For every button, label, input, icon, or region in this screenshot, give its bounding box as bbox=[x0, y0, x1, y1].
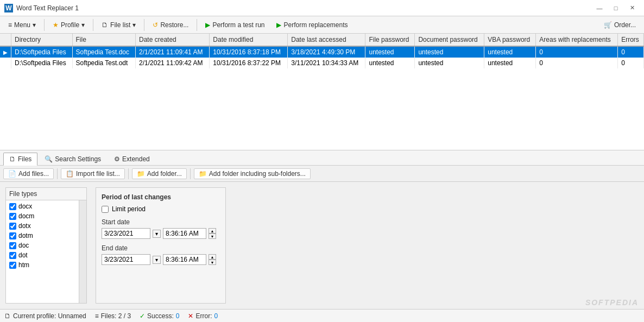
bottom-tabs: 🗋 Files 🔍 Search Settings ⚙ Extended bbox=[0, 150, 644, 166]
profile-button[interactable]: ★ Profile ▾ bbox=[48, 19, 90, 31]
file-type-item[interactable]: docm bbox=[7, 211, 78, 221]
import-list-button[interactable]: 📋 Import file list... bbox=[61, 168, 125, 179]
end-time-input[interactable] bbox=[163, 254, 206, 265]
start-time-down[interactable]: ▼ bbox=[209, 233, 216, 239]
file-type-checkbox[interactable] bbox=[9, 213, 16, 220]
action-sep-1 bbox=[57, 168, 58, 179]
error-icon: ✕ bbox=[188, 312, 193, 320]
order-button[interactable]: 🛒 Order... bbox=[599, 19, 641, 31]
cell-vba-password: untested bbox=[484, 58, 536, 68]
file-type-checkbox[interactable] bbox=[9, 232, 16, 239]
menu-icon: ≡ bbox=[8, 21, 12, 29]
cell-doc-password: untested bbox=[415, 46, 484, 58]
cell-errors: 0 bbox=[618, 46, 644, 58]
end-date-group: End date ▾ ▲ ▼ bbox=[102, 244, 220, 265]
files-tab-icon: 🗋 bbox=[9, 155, 16, 163]
start-date-calendar-button[interactable]: ▾ bbox=[153, 230, 161, 238]
file-type-item[interactable]: docx bbox=[7, 201, 78, 211]
col-file[interactable]: File bbox=[72, 34, 136, 46]
col-doc-password[interactable]: Document password bbox=[415, 34, 484, 46]
limit-period-checkbox[interactable] bbox=[102, 206, 109, 213]
success-count[interactable]: 0 bbox=[176, 312, 180, 320]
period-title: Period of last changes bbox=[102, 193, 220, 201]
star-icon: ★ bbox=[53, 21, 59, 29]
cell-date-created: 2/1/2021 11:09:41 AM bbox=[136, 46, 210, 58]
table-header-row: Directory File Date created Date modifie… bbox=[0, 34, 644, 46]
minimize-button[interactable]: — bbox=[592, 3, 607, 13]
folder-sub-icon: 📁 bbox=[199, 170, 207, 178]
file-types-list: docxdocmdotxdotmdocdothtm bbox=[6, 200, 79, 303]
col-date-created[interactable]: Date created bbox=[136, 34, 210, 46]
end-time-up[interactable]: ▲ bbox=[209, 254, 216, 260]
start-time-input[interactable] bbox=[163, 228, 206, 239]
window-controls: — □ ✕ bbox=[592, 3, 640, 13]
file-type-checkbox[interactable] bbox=[9, 252, 16, 259]
col-areas[interactable]: Areas with replacements bbox=[536, 34, 618, 46]
close-button[interactable]: ✕ bbox=[624, 3, 640, 13]
file-type-item[interactable]: dotx bbox=[7, 221, 78, 231]
file-type-item[interactable]: doc bbox=[7, 241, 78, 250]
file-table-body: ▶ D:\Softpedia Files Softpedia Test.doc … bbox=[0, 46, 644, 68]
add-folder-button[interactable]: 📁 Add folder... bbox=[132, 168, 187, 179]
extended-tab-label: Extended bbox=[122, 155, 150, 163]
col-date-accessed[interactable]: Date last accessed bbox=[288, 34, 365, 46]
col-date-modified[interactable]: Date modified bbox=[210, 34, 288, 46]
extended-tab-icon: ⚙ bbox=[114, 155, 120, 163]
row-arrow: ▶ bbox=[0, 46, 11, 58]
menu-chevron: ▾ bbox=[33, 21, 36, 29]
end-date-calendar-button[interactable]: ▾ bbox=[153, 256, 161, 264]
filelist-button[interactable]: 🗋 File list ▾ bbox=[97, 19, 141, 31]
file-type-label: docm bbox=[18, 212, 34, 220]
col-errors[interactable]: Errors bbox=[618, 34, 644, 46]
file-table-area: Directory File Date created Date modifie… bbox=[0, 34, 644, 150]
maximize-button[interactable]: □ bbox=[608, 3, 623, 13]
end-date-row: ▾ ▲ ▼ bbox=[102, 254, 220, 265]
cell-vba-password: untested bbox=[484, 46, 536, 58]
col-file-password[interactable]: File password bbox=[365, 34, 415, 46]
file-type-checkbox[interactable] bbox=[9, 262, 16, 269]
test-run-button[interactable]: ▶ Perform a test run bbox=[200, 19, 269, 31]
file-type-checkbox[interactable] bbox=[9, 223, 16, 230]
file-type-item[interactable]: htm bbox=[7, 260, 78, 270]
menu-button[interactable]: ≡ Menu ▾ bbox=[3, 19, 41, 31]
tab-files[interactable]: 🗋 Files bbox=[3, 153, 37, 166]
start-time-up[interactable]: ▲ bbox=[209, 228, 216, 233]
table-row[interactable]: D:\Softpedia Files Softpedia Test.odt 2/… bbox=[0, 58, 644, 68]
file-type-label: docx bbox=[18, 203, 32, 210]
replacements-icon: ▶ bbox=[276, 21, 281, 29]
add-files-button[interactable]: 📄 Add files... bbox=[3, 168, 54, 179]
col-arrow[interactable] bbox=[0, 34, 11, 46]
restore-button[interactable]: ↺ Restore... bbox=[148, 19, 193, 31]
toolbar-sep-3 bbox=[144, 19, 144, 31]
file-type-item[interactable]: dot bbox=[7, 250, 78, 260]
file-type-checkbox[interactable] bbox=[9, 242, 16, 249]
file-type-item[interactable]: dotm bbox=[7, 231, 78, 241]
cell-date-created: 2/1/2021 11:09:42 AM bbox=[136, 58, 210, 68]
tab-extended[interactable]: ⚙ Extended bbox=[108, 153, 156, 165]
error-count[interactable]: 0 bbox=[214, 312, 218, 320]
start-date-input[interactable] bbox=[102, 228, 150, 239]
file-type-checkbox[interactable] bbox=[9, 203, 16, 210]
cell-areas: 0 bbox=[536, 58, 618, 68]
toolbar-sep-2 bbox=[93, 19, 93, 31]
table-row[interactable]: ▶ D:\Softpedia Files Softpedia Test.doc … bbox=[0, 46, 644, 58]
cell-directory: D:\Softpedia Files bbox=[11, 58, 73, 68]
start-time-spin: ▲ ▼ bbox=[209, 228, 216, 239]
end-date-input[interactable] bbox=[102, 254, 150, 265]
add-folder-sub-button[interactable]: 📁 Add folder including sub-folders... bbox=[194, 168, 311, 179]
scrollbar[interactable] bbox=[79, 200, 86, 303]
folder-icon: 📁 bbox=[137, 170, 145, 178]
main-toolbar: ≡ Menu ▾ ★ Profile ▾ 🗋 File list ▾ ↺ Res… bbox=[0, 16, 644, 34]
replacements-button[interactable]: ▶ Perform replacements bbox=[272, 19, 352, 31]
cell-date-accessed: 3/11/2021 10:34:33 AM bbox=[288, 58, 365, 68]
profile-status-icon: 🗋 bbox=[4, 312, 11, 320]
col-vba-password[interactable]: VBA password bbox=[484, 34, 536, 46]
row-arrow bbox=[0, 58, 11, 68]
title-bar: W Word Text Replacer 1 — □ ✕ bbox=[0, 0, 644, 16]
test-run-icon: ▶ bbox=[205, 21, 210, 29]
tab-search-settings[interactable]: 🔍 Search Settings bbox=[39, 153, 107, 165]
success-status: ✓ Success: 0 bbox=[140, 312, 179, 320]
error-status: ✕ Error: 0 bbox=[188, 312, 218, 320]
end-time-down[interactable]: ▼ bbox=[209, 260, 216, 265]
col-directory[interactable]: Directory bbox=[11, 34, 73, 46]
